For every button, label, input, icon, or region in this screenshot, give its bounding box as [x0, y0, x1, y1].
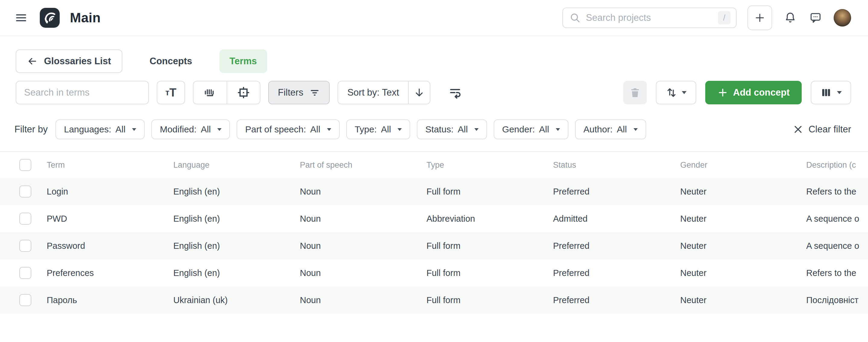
table-row[interactable]: PreferencesEnglish (en)NounFull formPref…: [0, 259, 868, 286]
sort-direction-button[interactable]: [408, 81, 430, 104]
cell-term: Пароль: [47, 295, 173, 305]
cell-type: Full form: [427, 268, 553, 278]
filter-pill-gender[interactable]: Gender:All: [494, 119, 568, 139]
cell-gender: Neuter: [680, 268, 806, 278]
cell-gender: Neuter: [680, 241, 806, 251]
filter-pill-type[interactable]: Type:All: [346, 119, 410, 139]
pill-label: Gender:: [502, 124, 535, 135]
column-header: Term: [47, 161, 173, 170]
search-icon: [569, 12, 581, 23]
search-options-group: [193, 81, 260, 104]
notifications-button[interactable]: [783, 10, 798, 25]
filter-bar: Filter by Languages:AllModified:AllPart …: [14, 119, 851, 139]
terms-search[interactable]: [16, 81, 149, 104]
table-header: TermLanguagePart of speechTypeStatusGend…: [0, 152, 868, 178]
cell-part-of-speech: Noun: [300, 268, 427, 278]
sort-button: Sort by: Text: [338, 81, 430, 104]
filters-button[interactable]: Filters: [268, 81, 330, 104]
exact-match-toggle[interactable]: [227, 81, 260, 104]
columns-dropdown[interactable]: [811, 81, 851, 104]
terms-table: TermLanguagePart of speechTypeStatusGend…: [0, 151, 868, 314]
cell-type: Full form: [427, 295, 553, 305]
cell-status: Admitted: [553, 214, 680, 224]
chevron-down-icon: [398, 128, 402, 131]
cell-description: Refers to the: [806, 268, 868, 278]
chevron-down-icon: [633, 128, 638, 131]
pill-value: All: [381, 124, 391, 135]
hamburger-menu-icon[interactable]: [14, 11, 28, 24]
row-checkbox[interactable]: [19, 186, 31, 198]
match-case-toggle[interactable]: тT: [157, 81, 185, 104]
cell-description: A sequence o: [806, 241, 868, 251]
cell-status: Preferred: [553, 187, 680, 197]
pill-label: Type:: [355, 124, 377, 135]
column-header: Type: [427, 161, 553, 170]
column-header: Gender: [680, 161, 806, 170]
cell-language: English (en): [173, 214, 300, 224]
filter-pill-languages[interactable]: Languages:All: [56, 119, 145, 139]
column-header: Description (c: [806, 161, 868, 170]
clear-filter-button[interactable]: Clear filter: [793, 124, 851, 135]
cell-gender: Neuter: [680, 214, 806, 224]
chat-icon: [809, 11, 822, 24]
table-row[interactable]: PasswordEnglish (en)NounFull formPreferr…: [0, 232, 868, 259]
match-whole-phrase-toggle[interactable]: [193, 81, 227, 104]
cell-part-of-speech: Noun: [300, 214, 427, 224]
whole-phrase-icon: [204, 86, 217, 99]
tab-concepts[interactable]: Concepts: [139, 50, 202, 73]
column-header: Status: [553, 161, 680, 170]
row-checkbox[interactable]: [19, 267, 31, 279]
cell-language: English (en): [173, 268, 300, 278]
cell-language: English (en): [173, 187, 300, 197]
delete-button[interactable]: [623, 81, 647, 104]
crowdin-logo[interactable]: [40, 8, 60, 28]
wrap-text-icon: [448, 86, 462, 99]
chevron-down-icon: [474, 128, 478, 131]
table-row[interactable]: LoginEnglish (en)NounFull formPreferredN…: [0, 178, 868, 205]
add-concept-button[interactable]: Add concept: [705, 81, 802, 104]
pill-label: Modified:: [160, 124, 196, 135]
arrow-down-icon: [413, 87, 425, 98]
pill-value: All: [617, 124, 627, 135]
wrap-text-button[interactable]: [447, 84, 464, 101]
messages-button[interactable]: [808, 10, 823, 25]
sort-by-button[interactable]: Sort by: Text: [338, 81, 408, 104]
row-checkbox[interactable]: [19, 240, 31, 252]
columns-icon: [820, 87, 832, 98]
filter-lines-icon: [309, 87, 320, 98]
cell-language: Ukrainian (uk): [173, 295, 300, 305]
row-checkbox[interactable]: [19, 294, 31, 306]
project-search[interactable]: /: [562, 7, 737, 28]
cell-language: English (en): [173, 241, 300, 251]
topbar-divider: [0, 36, 868, 36]
cell-term: Login: [47, 187, 173, 197]
row-checkbox[interactable]: [19, 212, 31, 225]
cell-description: A sequence o: [806, 214, 868, 224]
cell-part-of-speech: Noun: [300, 295, 427, 305]
cell-part-of-speech: Noun: [300, 187, 427, 197]
bell-icon: [784, 11, 797, 24]
close-icon: [793, 124, 803, 135]
tab-terms[interactable]: Terms: [219, 50, 267, 73]
filter-pill-modified[interactable]: Modified:All: [151, 119, 230, 139]
filter-pill-status[interactable]: Status:All: [417, 119, 487, 139]
keyboard-shortcut-badge: /: [718, 11, 731, 24]
table-row[interactable]: ПарольUkrainian (uk)NounFull formPreferr…: [0, 286, 868, 314]
select-all-checkbox[interactable]: [19, 159, 31, 171]
table-row[interactable]: PWDEnglish (en)NounAbbreviationAdmittedN…: [0, 205, 868, 232]
filter-pill-author[interactable]: Author:All: [575, 119, 646, 139]
chevron-down-icon: [556, 128, 560, 131]
cell-term: Preferences: [47, 268, 173, 278]
plus-icon: [754, 12, 766, 24]
pill-value: All: [310, 124, 320, 135]
back-to-glossaries-button[interactable]: Glossaries List: [16, 50, 122, 73]
cell-part-of-speech: Noun: [300, 241, 427, 251]
search-projects-input[interactable]: [586, 12, 718, 23]
filter-pill-part-of-speech[interactable]: Part of speech:All: [237, 119, 339, 139]
reorder-dropdown[interactable]: [656, 81, 696, 104]
filter-by-label: Filter by: [14, 124, 48, 135]
search-terms-input[interactable]: [24, 87, 141, 98]
create-new-button[interactable]: [747, 5, 772, 30]
user-avatar[interactable]: [834, 9, 851, 27]
cell-type: Full form: [427, 187, 553, 197]
